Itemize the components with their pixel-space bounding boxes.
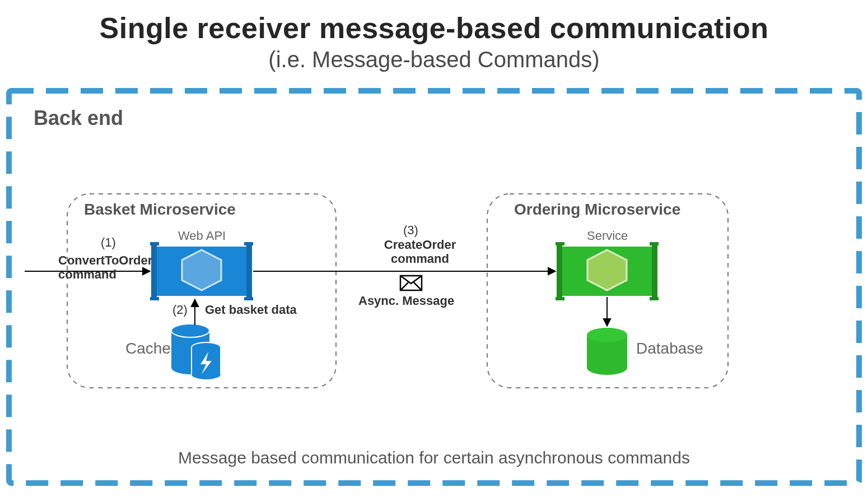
database-icon <box>587 328 627 375</box>
step-1-text: ConvertToOrdercommand <box>58 253 152 282</box>
web-api-container-icon <box>150 242 253 300</box>
svg-rect-9 <box>557 244 562 298</box>
backend-boundary <box>9 91 859 483</box>
svg-rect-11 <box>556 242 564 245</box>
svg-point-25 <box>587 360 627 375</box>
step-2-number: (2) <box>172 303 188 317</box>
svg-point-22 <box>192 369 221 379</box>
svg-rect-12 <box>556 297 564 300</box>
svg-point-26 <box>587 328 627 342</box>
step-3-async: Async. Message <box>358 294 454 308</box>
svg-rect-14 <box>650 297 659 300</box>
step-3-number: (3) <box>403 223 418 238</box>
svg-rect-6 <box>244 297 253 300</box>
basket-title: Basket Microservice <box>84 201 236 219</box>
database-label: Database <box>636 340 703 358</box>
svg-rect-4 <box>150 297 159 300</box>
svg-rect-2 <box>246 244 252 298</box>
svg-rect-5 <box>244 242 253 245</box>
svg-rect-3 <box>150 242 159 245</box>
web-api-label: Web API <box>178 229 226 243</box>
svg-rect-10 <box>652 244 657 298</box>
svg-rect-13 <box>650 242 659 245</box>
step-1-number: (1) <box>101 235 116 250</box>
backend-label: Back end <box>34 106 123 130</box>
cache-icon <box>171 324 221 379</box>
ordering-title: Ordering Microservice <box>514 201 680 219</box>
service-container-icon <box>556 242 659 300</box>
cache-label: Cache <box>125 340 171 358</box>
step-2-text: Get basket data <box>205 303 297 317</box>
envelope-icon <box>400 276 422 290</box>
service-label: Service <box>587 229 628 243</box>
step-3-text: CreateOrdercommand <box>375 238 465 266</box>
footer-caption: Message based communication for certain … <box>0 448 868 467</box>
